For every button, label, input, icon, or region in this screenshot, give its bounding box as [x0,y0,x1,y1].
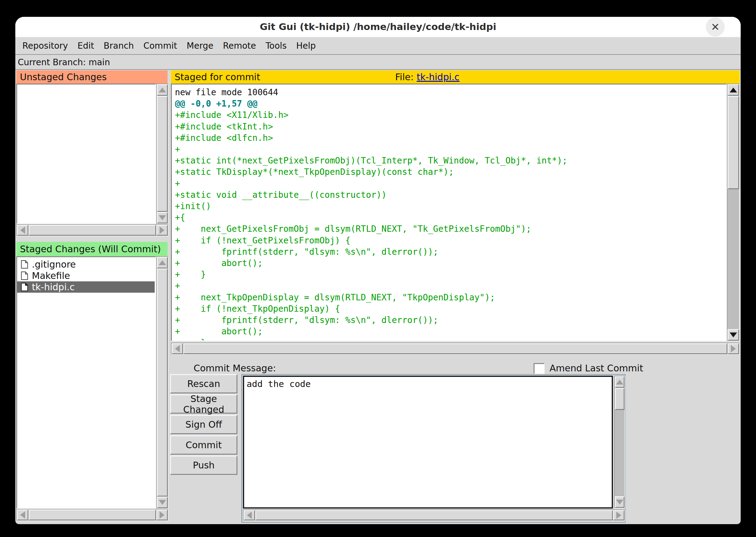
scroll-down-arrow[interactable] [728,329,739,341]
scrollbar-thumb[interactable] [157,268,168,497]
up-triangle-icon [616,380,623,385]
scrollbar-thumb[interactable] [728,96,739,189]
right-triangle-icon [731,345,736,352]
file-icon [21,283,28,291]
commit-message-label: Commit Message: [194,363,276,374]
diff-file-link[interactable]: tk-hidpi.c [417,72,460,82]
current-branch-bar: Current Branch: main [15,56,741,70]
amend-last-commit-checkbox[interactable] [534,363,545,374]
diff-line: +#include <X11/Xlib.h> [175,109,726,121]
menu-help[interactable]: Help [292,38,320,54]
left-triangle-icon [20,227,25,234]
diff-line: +static int(*next_GetPixelsFromObj)(Tcl_… [175,155,726,166]
scroll-right-arrow[interactable] [156,225,168,236]
scrollbar-trough[interactable] [157,268,168,497]
staged-file-makefile[interactable]: Makefile [17,270,155,281]
scrollbar-thumb[interactable] [28,225,156,236]
scroll-left-arrow[interactable] [17,510,28,520]
diff-line: + if (!next_TkpOpenDisplay) { [175,303,726,314]
diff-file-label: File: [395,72,414,82]
scroll-up-arrow[interactable] [728,84,739,96]
staged-file-tk-hidpi[interactable]: tk-hidpi.c [17,281,155,293]
menu-tools[interactable]: Tools [262,38,291,54]
scroll-right-arrow[interactable] [156,510,168,520]
menu-commit[interactable]: Commit [139,38,181,54]
scroll-left-arrow[interactable] [17,225,28,236]
menu-merge[interactable]: Merge [183,38,217,54]
right-triangle-icon [159,511,164,518]
unstaged-changes-header: Unstaged Changes [16,70,167,84]
diff-vertical-scrollbar[interactable] [727,84,740,341]
diff-line: + [175,280,726,291]
menu-edit[interactable]: Edit [73,38,98,54]
menu-remote[interactable]: Remote [219,38,260,54]
sign-off-button[interactable]: Sign Off [170,415,238,434]
diff-line: + } [175,269,726,280]
diff-line: + } [175,337,726,341]
scroll-left-arrow[interactable] [171,343,183,354]
scroll-up-arrow[interactable] [157,257,168,268]
unstaged-horizontal-scrollbar[interactable] [16,224,168,236]
scroll-up-arrow[interactable] [157,84,168,96]
diff-line: +static TkDisplay*(*next_TkpOpenDisplay)… [175,166,726,178]
scroll-up-arrow[interactable] [615,376,625,388]
scroll-right-arrow[interactable] [728,343,739,354]
scroll-left-arrow[interactable] [244,510,255,520]
scrollbar-trough[interactable] [183,343,728,354]
diff-line: + fprintf(stderr, "dlsym: %s\n", dlerror… [175,314,726,326]
staged-file-gitignore[interactable]: .gitignore [17,259,155,270]
diff-line: + fprintf(stderr, "dlsym: %s\n", dlerror… [175,246,726,258]
scroll-down-arrow[interactable] [615,496,625,508]
diff-line: + if (!next_GetPixelsFromObj) { [175,235,726,246]
staged-vertical-scrollbar[interactable] [156,256,168,509]
file-name: tk-hidpi.c [32,282,75,292]
diff-horizontal-scrollbar[interactable] [171,343,740,355]
down-triangle-icon [159,215,166,220]
diff-line: +#include <tkInt.h> [175,121,726,132]
scrollbar-thumb[interactable] [615,388,625,410]
stage-changed-button[interactable]: Stage Changed [170,394,238,414]
scrollbar-trough[interactable] [255,510,613,520]
diff-line: + next_TkpOpenDisplay = dlsym(RTLD_NEXT,… [175,292,726,303]
unstaged-vertical-scrollbar[interactable] [156,84,168,224]
scrollbar-thumb[interactable] [157,96,168,212]
commit-message-input[interactable]: add the code [243,376,613,509]
scrollbar-trough[interactable] [157,96,168,212]
left-triangle-icon [247,512,252,519]
diff-line: +static void __attribute__((constructor)… [175,189,726,200]
scrollbar-trough[interactable] [615,388,625,496]
unstaged-file-list[interactable] [16,84,156,224]
staged-changes-header: Staged Changes (Will Commit) [16,242,167,256]
diff-content[interactable]: new file mode 100644 @@ -0,0 +1,57 @@ +#… [171,84,727,341]
menu-branch[interactable]: Branch [100,38,138,54]
scroll-right-arrow[interactable] [613,510,625,520]
down-triangle-icon [616,500,623,505]
push-button[interactable]: Push [170,456,238,475]
file-icon [21,271,28,280]
scrollbar-trough[interactable] [728,96,739,329]
scrollbar-thumb[interactable] [183,343,728,354]
scrollbar-thumb[interactable] [28,510,156,520]
staged-horizontal-scrollbar[interactable] [16,509,168,521]
scroll-down-arrow[interactable] [157,497,168,508]
file-name: Makefile [32,270,70,281]
diff-line: +{ [175,212,726,223]
scrollbar-trough[interactable] [28,510,156,520]
staged-file-list: .gitignore Makefile tk-hidpi.c [16,256,156,509]
scrollbar-thumb[interactable] [255,510,613,520]
right-triangle-icon [616,512,621,519]
diff-line: + [175,178,726,189]
rescan-button[interactable]: Rescan [170,374,238,393]
file-icon [21,260,28,269]
close-button[interactable]: ✕ [706,18,725,36]
left-triangle-icon [20,511,25,518]
commit-button[interactable]: Commit [170,435,238,455]
close-icon: ✕ [711,21,720,33]
menu-repository[interactable]: Repository [19,38,72,54]
scrollbar-trough[interactable] [28,225,156,236]
commit-message-vertical-scrollbar[interactable] [614,376,625,509]
up-triangle-icon [159,260,166,265]
commit-message-horizontal-scrollbar[interactable] [243,510,625,521]
scroll-down-arrow[interactable] [157,212,168,224]
down-triangle-icon [159,500,166,505]
